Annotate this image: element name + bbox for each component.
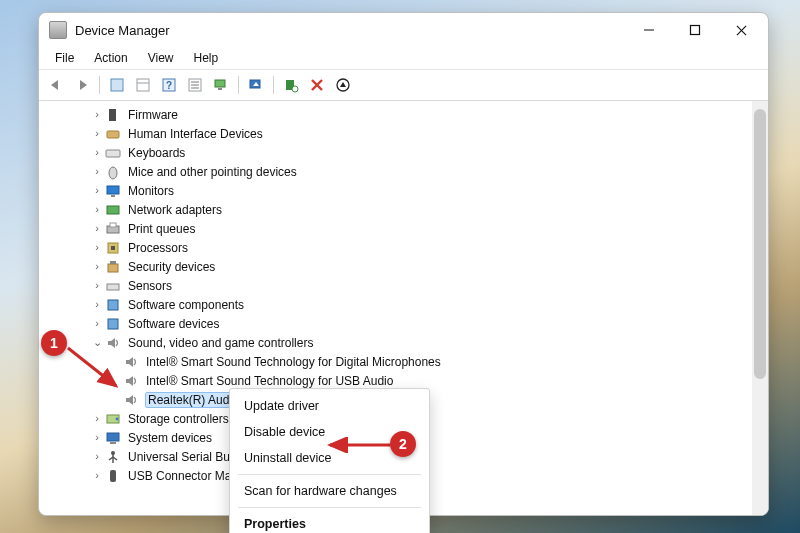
tree-item[interactable]: ›Monitors: [41, 181, 768, 200]
expand-icon[interactable]: ›: [89, 200, 105, 219]
toolbar-divider: [99, 76, 100, 94]
toolbar-divider: [273, 76, 274, 94]
system-icon: [105, 430, 121, 446]
expand-icon[interactable]: ›: [89, 447, 105, 466]
scrollbar-thumb[interactable]: [754, 109, 766, 379]
collapse-icon[interactable]: ⌄: [89, 333, 105, 352]
expand-icon[interactable]: ›: [89, 466, 105, 485]
svg-marker-4: [51, 80, 58, 90]
toolbar-properties-icon[interactable]: [332, 74, 354, 96]
tree-item[interactable]: ›Mice and other pointing devices: [41, 162, 768, 181]
ctx-update-driver[interactable]: Update driver: [230, 393, 429, 419]
toolbar-list-icon[interactable]: [184, 74, 206, 96]
toolbar-help-icon[interactable]: ?: [158, 74, 180, 96]
tree-item-label: Processors: [127, 241, 189, 255]
menu-help[interactable]: Help: [184, 49, 229, 67]
usb-icon: [105, 449, 121, 465]
svg-rect-36: [108, 264, 118, 272]
svg-rect-30: [111, 195, 115, 197]
speaker-icon: [123, 373, 139, 389]
tree-item-label: Realtek(R) Audio: [145, 392, 242, 408]
expand-icon[interactable]: ›: [89, 238, 105, 257]
printer-icon: [105, 221, 121, 237]
tree-item[interactable]: Intel® Smart Sound Technology for Digita…: [41, 352, 768, 371]
toolbar-uninstall-icon[interactable]: [306, 74, 328, 96]
tree-item[interactable]: ⌄Sound, video and game controllers: [41, 333, 768, 352]
close-button[interactable]: [718, 15, 764, 45]
svg-rect-35: [111, 246, 115, 250]
menu-action[interactable]: Action: [84, 49, 137, 67]
tree-item[interactable]: ›Software devices: [41, 314, 768, 333]
tree-item-label: Print queues: [127, 222, 196, 236]
svg-rect-40: [108, 319, 118, 329]
svg-rect-29: [107, 186, 119, 194]
ctx-separator: [238, 474, 421, 475]
expand-icon[interactable]: ›: [89, 428, 105, 447]
tree-item-label: Sound, video and game controllers: [127, 336, 314, 350]
tree-item[interactable]: ›Processors: [41, 238, 768, 257]
context-menu: Update driver Disable device Uninstall d…: [229, 388, 430, 533]
ctx-separator: [238, 507, 421, 508]
ctx-scan-hardware[interactable]: Scan for hardware changes: [230, 478, 429, 504]
tree-item[interactable]: ›Firmware: [41, 105, 768, 124]
expand-icon[interactable]: ›: [89, 276, 105, 295]
hid-icon: [105, 126, 121, 142]
menu-file[interactable]: File: [45, 49, 84, 67]
svg-marker-24: [340, 82, 346, 87]
sw-icon: [105, 316, 121, 332]
svg-marker-5: [80, 80, 87, 90]
expand-icon[interactable]: ›: [89, 143, 105, 162]
toolbar-scan-icon[interactable]: [280, 74, 302, 96]
tree-item-label: Security devices: [127, 260, 216, 274]
forward-icon[interactable]: [71, 74, 93, 96]
tree-item[interactable]: ›Keyboards: [41, 143, 768, 162]
tree-item-label: Sensors: [127, 279, 173, 293]
tree-item[interactable]: ›Security devices: [41, 257, 768, 276]
tree-item[interactable]: ›Software components: [41, 295, 768, 314]
svg-marker-43: [126, 376, 133, 386]
cpu-icon: [105, 240, 121, 256]
speaker-icon: [123, 392, 139, 408]
sec-icon: [105, 259, 121, 275]
ctx-properties[interactable]: Properties: [230, 511, 429, 533]
tree-item[interactable]: ›Human Interface Devices: [41, 124, 768, 143]
svg-point-46: [116, 417, 119, 420]
toolbar-update-icon[interactable]: [245, 74, 267, 96]
tree-item[interactable]: ›Sensors: [41, 276, 768, 295]
toolbar-show-hidden-icon[interactable]: [106, 74, 128, 96]
expand-icon[interactable]: ›: [89, 181, 105, 200]
usbconn-icon: [105, 468, 121, 484]
device-icon: [105, 107, 121, 123]
titlebar[interactable]: Device Manager: [39, 13, 768, 47]
back-icon[interactable]: [45, 74, 67, 96]
maximize-button[interactable]: [672, 15, 718, 45]
expand-icon[interactable]: ›: [89, 124, 105, 143]
svg-rect-27: [106, 150, 120, 157]
menu-view[interactable]: View: [138, 49, 184, 67]
svg-rect-16: [218, 88, 222, 90]
tree-item[interactable]: ›Print queues: [41, 219, 768, 238]
svg-marker-41: [108, 338, 115, 348]
toolbar-device-icon[interactable]: [210, 74, 232, 96]
tree-item[interactable]: ›Network adapters: [41, 200, 768, 219]
expand-icon[interactable]: ›: [89, 257, 105, 276]
svg-rect-53: [110, 470, 116, 482]
expand-icon[interactable]: ›: [89, 295, 105, 314]
expand-icon[interactable]: ›: [89, 162, 105, 181]
toolbar-view-icon[interactable]: [132, 74, 154, 96]
svg-rect-33: [110, 223, 116, 227]
net-icon: [105, 202, 121, 218]
sound-icon: [105, 335, 121, 351]
vertical-scrollbar[interactable]: [752, 101, 768, 515]
svg-rect-39: [108, 300, 118, 310]
expand-icon[interactable]: ›: [89, 409, 105, 428]
svg-marker-44: [126, 395, 133, 405]
expand-icon[interactable]: ›: [89, 219, 105, 238]
svg-rect-25: [109, 109, 116, 121]
svg-rect-31: [107, 206, 119, 214]
minimize-button[interactable]: [626, 15, 672, 45]
expand-icon[interactable]: ›: [89, 105, 105, 124]
tree-item-label: Software devices: [127, 317, 220, 331]
tree-item-label: Monitors: [127, 184, 175, 198]
expand-icon[interactable]: ›: [89, 314, 105, 333]
